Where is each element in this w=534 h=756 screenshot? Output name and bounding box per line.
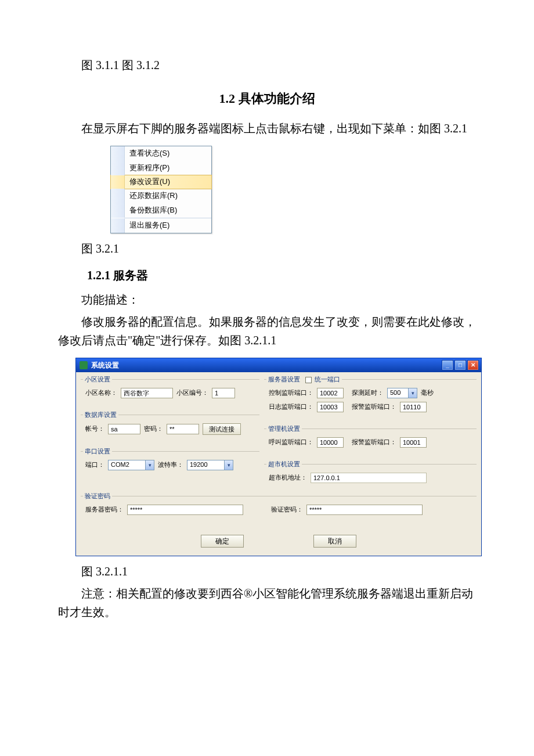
dialog-columns: 小区设置 小区名称： 小区编号： 数据库设置 帐号：: [81, 377, 477, 490]
community-name-input[interactable]: [121, 388, 173, 398]
call-port-input[interactable]: [317, 437, 344, 448]
ctx-label: 修改设置(U): [125, 176, 170, 188]
group-server: 服务器设置 统一端口 控制监听端口： 探测延时： 500 ▾: [264, 379, 477, 419]
serial-port-value: COM2: [109, 460, 145, 470]
mgr-alarm-port-label: 报警监听端口：: [352, 437, 396, 448]
context-menu: 查看状态(S) 更新程序(P) 修改设置(U) 还原数据库(R) 备份数据库(B…: [110, 146, 212, 233]
legend-verify: 验证密码: [83, 491, 112, 502]
body-1-2-1: 修改服务器的配置信息。如果服务器的信息发生了改变，则需要在此处修改，修改后请点击…: [58, 312, 476, 350]
caption-3-2-1-1: 图 3.2.1.1: [58, 562, 476, 581]
unified-port-checkbox[interactable]: [305, 377, 312, 383]
minimize-button[interactable]: _: [442, 360, 453, 370]
srv-pwd-input[interactable]: [127, 505, 243, 515]
dialog-body: 小区设置 小区名称： 小区编号： 数据库设置 帐号：: [76, 372, 481, 556]
app-icon: [80, 361, 88, 369]
db-test-button[interactable]: 测试连接: [203, 423, 241, 435]
market-addr-input[interactable]: [311, 473, 427, 483]
ctx-label: 更新程序(P): [125, 162, 169, 174]
ctx-item-backup-db[interactable]: 备份数据库(B): [111, 203, 211, 218]
menu-gutter: [111, 218, 125, 233]
ctx-item-update[interactable]: 更新程序(P): [111, 161, 211, 175]
close-icon: ✕: [471, 361, 475, 370]
ctrl-port-input[interactable]: [317, 388, 344, 398]
probe-delay-value: 500: [388, 388, 408, 398]
chevron-down-icon: ▾: [145, 460, 154, 470]
ctx-item-settings[interactable]: 修改设置(U): [110, 175, 212, 189]
db-user-input[interactable]: [108, 424, 140, 434]
mgr-alarm-port-input[interactable]: [400, 437, 427, 448]
ctx-item-restore-db[interactable]: 还原数据库(R): [111, 189, 211, 203]
chevron-down-icon: ▾: [224, 460, 233, 470]
ctx-label: 备份数据库(B): [125, 204, 177, 217]
settings-dialog: 系统设置 _ □ ✕ 小区设置 小区名称：: [75, 358, 482, 556]
log-port-input[interactable]: [317, 402, 344, 412]
srv-pwd-label: 服务器密码：: [85, 505, 124, 515]
maximize-icon: □: [459, 361, 462, 370]
menu-gutter: [111, 189, 125, 203]
menu-gutter: [111, 146, 125, 161]
probe-delay-label: 探测延时：: [352, 388, 384, 398]
dialog-actions: 确定 取消: [81, 535, 477, 548]
ctx-label: 还原数据库(R): [125, 190, 178, 202]
figure-ref-311-312: 图 3.1.1 图 3.1.2: [58, 56, 476, 74]
menu-gutter: [111, 175, 125, 189]
ctrl-port-label: 控制监听端口：: [269, 388, 313, 398]
probe-delay-select[interactable]: 500 ▾: [387, 388, 417, 398]
dialog-titlebar[interactable]: 系统设置 _ □ ✕: [76, 358, 481, 372]
legend-serial: 串口设置: [83, 447, 112, 457]
baud-label: 波特率：: [158, 460, 183, 470]
unified-port-label: 统一端口: [315, 376, 340, 383]
legend-market: 超市机设置: [266, 459, 302, 470]
ctx-item-exit[interactable]: 退出服务(E): [111, 218, 211, 233]
alarm-port-input[interactable]: [400, 402, 427, 412]
cancel-button[interactable]: 取消: [313, 535, 356, 548]
legend-manager: 管理机设置: [266, 424, 302, 434]
baud-value: 19200: [187, 460, 224, 470]
legend-community: 小区设置: [83, 375, 112, 385]
maximize-button[interactable]: □: [454, 360, 466, 370]
close-button[interactable]: ✕: [467, 360, 479, 370]
group-verify: 验证密码 服务器密码： 验证密码：: [81, 496, 477, 522]
note-text: 注意：相关配置的修改要到西谷®小区智能化管理系统服务器端退出重新启动时才生效。: [58, 584, 476, 621]
ctx-label: 查看状态(S): [125, 147, 169, 160]
db-user-label: 帐号：: [85, 424, 104, 434]
settings-dialog-figure: 系统设置 _ □ ✕ 小区设置 小区名称：: [75, 358, 482, 556]
ok-button[interactable]: 确定: [201, 535, 244, 548]
dialog-left-column: 小区设置 小区名称： 小区编号： 数据库设置 帐号：: [81, 377, 259, 490]
dialog-title: 系统设置: [91, 360, 442, 371]
menu-gutter: [111, 203, 125, 218]
market-addr-label: 超市机地址：: [269, 473, 307, 483]
group-manager: 管理机设置 呼叫监听端口： 报警监听端口：: [264, 429, 477, 455]
ctx-label: 退出服务(E): [125, 219, 169, 232]
func-desc-label: 功能描述：: [58, 290, 476, 309]
intro-1-2: 在显示屏右下脚的服务器端图标上点击鼠标右键，出现如下菜单：如图 3.2.1: [58, 119, 476, 138]
baud-select[interactable]: 19200 ▾: [187, 460, 233, 470]
heading-1-2: 1.2 具体功能介绍: [58, 88, 476, 109]
community-name-label: 小区名称：: [85, 388, 117, 398]
ctx-item-view-status[interactable]: 查看状态(S): [111, 146, 211, 161]
legend-server: 服务器设置 统一端口: [266, 375, 342, 385]
dialog-right-column: 服务器设置 统一端口 控制监听端口： 探测延时： 500 ▾: [264, 377, 477, 490]
probe-delay-unit: 毫秒: [421, 388, 434, 398]
legend-database: 数据库设置: [83, 410, 118, 420]
dialog-full-row: 验证密码 服务器密码： 验证密码：: [81, 496, 477, 522]
chevron-down-icon: ▾: [408, 388, 417, 398]
legend-server-text: 服务器设置: [268, 376, 300, 383]
verify-pwd-label: 验证密码：: [271, 505, 303, 515]
db-pwd-input[interactable]: [167, 424, 199, 434]
group-community: 小区设置 小区名称： 小区编号：: [81, 379, 259, 405]
window-buttons: _ □ ✕: [442, 360, 479, 370]
minimize-icon: _: [446, 361, 449, 370]
community-code-input[interactable]: [212, 388, 235, 398]
serial-port-select[interactable]: COM2 ▾: [108, 460, 154, 470]
db-pwd-label: 密码：: [144, 424, 163, 434]
menu-gutter: [111, 161, 125, 175]
caption-3-2-1: 图 3.2.1: [58, 239, 476, 258]
document-page: 图 3.1.1 图 3.1.2 1.2 具体功能介绍 在显示屏右下脚的服务器端图…: [0, 0, 534, 660]
verify-pwd-input[interactable]: [306, 505, 423, 515]
alarm-port-label: 报警监听端口：: [352, 402, 396, 412]
heading-1-2-1: 1.2.1 服务器: [58, 266, 476, 285]
call-port-label: 呼叫监听端口：: [269, 437, 313, 448]
context-menu-figure: 查看状态(S) 更新程序(P) 修改设置(U) 还原数据库(R) 备份数据库(B…: [110, 146, 476, 233]
group-market: 超市机设置 超市机地址：: [264, 464, 477, 490]
